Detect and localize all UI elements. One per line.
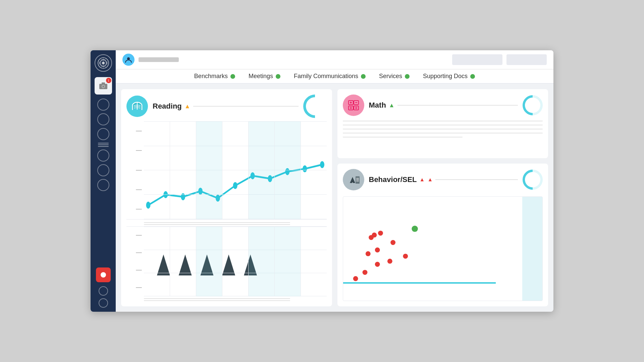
sidebar-camera-button[interactable]: 1 bbox=[95, 77, 112, 95]
behavior-scatter-chart bbox=[343, 196, 543, 301]
math-line-4 bbox=[343, 133, 543, 133]
topbar-button-2[interactable] bbox=[506, 54, 547, 65]
tab-benchmarks[interactable]: Benchmarks bbox=[194, 73, 235, 80]
svg-point-52 bbox=[403, 254, 408, 259]
svg-point-48 bbox=[372, 233, 377, 238]
sidebar-nav-5[interactable] bbox=[97, 164, 109, 176]
svg-point-20 bbox=[268, 175, 272, 182]
behavior-danger-tri-2: ▲ bbox=[427, 177, 433, 183]
svg-rect-37 bbox=[354, 106, 359, 110]
tab-meetings-dot bbox=[276, 74, 280, 79]
svg-point-18 bbox=[233, 182, 237, 189]
math-line-3 bbox=[343, 129, 543, 129]
svg-point-54 bbox=[375, 262, 380, 267]
sidebar-nav-4[interactable] bbox=[97, 149, 109, 162]
reading-line-chart bbox=[144, 121, 327, 219]
sidebar-logo[interactable] bbox=[95, 54, 112, 72]
behavior-title: Behavior/SEL bbox=[369, 175, 417, 184]
reading-title: Reading bbox=[153, 102, 182, 111]
math-line-1 bbox=[343, 121, 543, 121]
svg-marker-40 bbox=[350, 177, 355, 183]
chart-label-b4 bbox=[136, 287, 142, 288]
scatter-highlight-bar bbox=[522, 197, 542, 301]
chart-label-5 bbox=[136, 209, 142, 209]
main-content: Benchmarks Meetings Family Communication… bbox=[116, 50, 553, 312]
app-window: 1 bbox=[91, 50, 553, 312]
svg-marker-28 bbox=[244, 254, 257, 275]
svg-point-11 bbox=[127, 57, 130, 60]
math-card: Math ▲ bbox=[337, 89, 548, 158]
svg-point-21 bbox=[285, 168, 289, 175]
user-name bbox=[139, 57, 179, 62]
svg-point-13 bbox=[146, 202, 150, 209]
behavior-title-area: Behavior/SEL ▲ ▲ bbox=[369, 175, 518, 184]
behavior-danger-tri-1: ▲ bbox=[420, 177, 425, 183]
sidebar-menu-icon[interactable] bbox=[98, 143, 109, 147]
sidebar-nav-3[interactable] bbox=[97, 128, 109, 140]
svg-rect-42 bbox=[356, 176, 360, 184]
chart-label-1 bbox=[136, 131, 142, 131]
topbar bbox=[116, 50, 553, 69]
tab-benchmarks-dot bbox=[230, 74, 235, 79]
tab-family-communications[interactable]: Family Communications bbox=[294, 73, 366, 80]
avatar bbox=[122, 54, 135, 66]
svg-rect-34 bbox=[348, 106, 353, 110]
tab-meetings[interactable]: Meetings bbox=[249, 73, 280, 80]
sidebar-nav-2[interactable] bbox=[97, 113, 109, 125]
svg-marker-25 bbox=[179, 254, 192, 275]
tab-docs-dot bbox=[470, 74, 475, 79]
math-icon-circle bbox=[343, 95, 364, 116]
svg-point-53 bbox=[387, 259, 392, 264]
svg-point-56 bbox=[353, 276, 358, 281]
svg-point-23 bbox=[320, 161, 324, 168]
sidebar: 1 bbox=[91, 50, 116, 312]
chart-label-3 bbox=[136, 170, 142, 171]
chart-label-b1 bbox=[136, 235, 142, 236]
reading-donut-chart bbox=[298, 90, 331, 123]
record-button[interactable] bbox=[96, 267, 111, 282]
behavior-card: Behavior/SEL ▲ ▲ bbox=[337, 164, 548, 306]
tab-docs-label: Supporting Docs bbox=[423, 73, 468, 80]
reading-title-divider bbox=[193, 106, 299, 107]
behavior-card-header: Behavior/SEL ▲ ▲ bbox=[343, 169, 543, 190]
tab-services-dot bbox=[405, 74, 410, 79]
sidebar-nav-6[interactable] bbox=[97, 179, 109, 191]
math-title-divider bbox=[397, 105, 518, 106]
reading-card: Reading ▲ bbox=[121, 89, 332, 306]
sidebar-nav-bottom-1[interactable] bbox=[99, 286, 108, 296]
topbar-button-1[interactable] bbox=[452, 54, 502, 65]
svg-point-22 bbox=[303, 165, 307, 172]
record-indicator bbox=[101, 272, 106, 278]
reading-card-header: Reading ▲ bbox=[126, 95, 327, 118]
svg-point-9 bbox=[102, 85, 104, 87]
tab-supporting-docs[interactable]: Supporting Docs bbox=[423, 73, 475, 80]
tab-services[interactable]: Services bbox=[379, 73, 410, 80]
svg-point-14 bbox=[163, 191, 168, 198]
tab-family-label: Family Communications bbox=[294, 73, 358, 80]
svg-point-16 bbox=[198, 188, 203, 195]
math-title: Math bbox=[369, 101, 386, 110]
svg-marker-24 bbox=[157, 254, 170, 275]
tab-benchmarks-label: Benchmarks bbox=[194, 73, 228, 80]
nav-tabs: Benchmarks Meetings Family Communication… bbox=[116, 69, 553, 84]
sidebar-nav-bottom-2[interactable] bbox=[99, 298, 108, 308]
math-good-triangle: ▲ bbox=[389, 102, 395, 109]
math-line-2 bbox=[343, 125, 543, 125]
svg-marker-26 bbox=[201, 254, 214, 275]
svg-point-19 bbox=[251, 172, 255, 179]
math-card-header: Math ▲ bbox=[343, 95, 543, 116]
behavior-donut-chart bbox=[519, 166, 547, 194]
svg-point-46 bbox=[378, 231, 383, 236]
scatter-svg bbox=[343, 197, 543, 301]
tab-family-dot bbox=[361, 74, 366, 79]
sidebar-nav-1[interactable] bbox=[97, 99, 109, 111]
math-title-area: Math ▲ bbox=[369, 101, 518, 110]
svg-point-17 bbox=[216, 195, 220, 202]
svg-marker-27 bbox=[222, 254, 235, 275]
svg-point-15 bbox=[181, 193, 185, 200]
behavior-title-divider bbox=[435, 179, 518, 180]
tab-meetings-label: Meetings bbox=[249, 73, 273, 80]
svg-point-50 bbox=[375, 247, 380, 252]
reading-warning-triangle: ▲ bbox=[184, 103, 191, 110]
chart-label-2 bbox=[136, 150, 142, 151]
